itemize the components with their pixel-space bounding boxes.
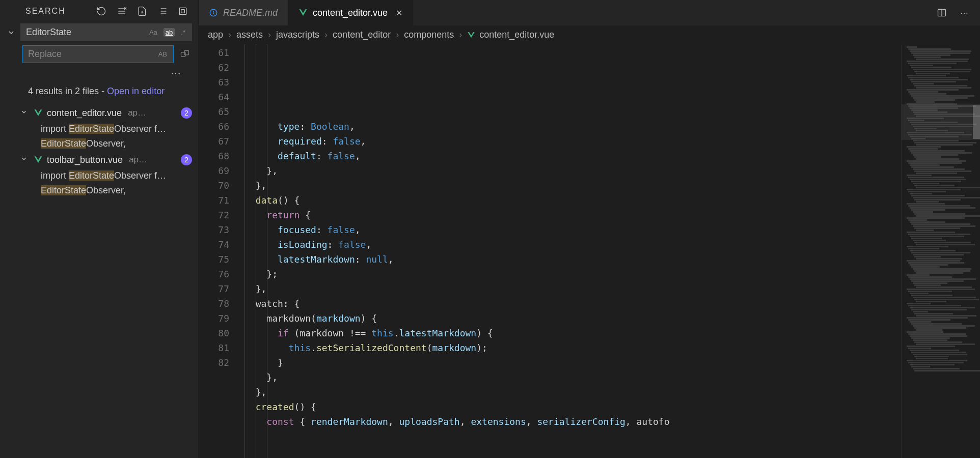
tabs-actions: ⋯ [936,0,980,25]
info-icon [209,8,218,17]
refresh-icon[interactable] [96,6,106,16]
new-search-editor-icon[interactable] [137,6,147,16]
result-file-path: ap… [129,155,147,165]
breadcrumb: app› assets› javascripts› content_editor… [199,25,980,44]
tab-readme[interactable]: README.md [199,0,288,25]
minimap-viewport[interactable] [902,104,980,140]
result-match-line[interactable]: import EditorStateObserver f… [0,168,198,183]
tab-label: README.md [223,8,278,18]
line-number-gutter: 6162636465666768697071727374757677787980… [199,44,244,458]
results-count-text: 4 results in 2 files - [28,86,107,96]
result-file-row[interactable]: content_editor.vue ap… 2 [0,104,198,122]
chevron-right-icon: › [268,30,271,40]
editor-main: README.md content_editor.vue ✕ ⋯ app› as… [199,0,980,458]
replace-input-row: AB [0,43,198,65]
results-summary: 4 results in 2 files - Open in editor [0,79,198,104]
use-regex-toggle[interactable]: .* [180,28,186,36]
vue-file-icon [467,31,476,40]
breadcrumb-item[interactable]: content_editor.vue [467,30,554,40]
split-editor-icon[interactable] [936,7,947,18]
result-file-path: ap… [128,108,146,118]
search-input-container: Aa ab .* [20,23,192,41]
replace-all-icon[interactable] [178,47,192,62]
search-sidebar: SEARCH Aa ab [0,0,199,458]
vue-file-icon [34,155,43,164]
more-actions-icon[interactable]: ⋯ [959,7,970,18]
result-match-line[interactable]: import EditorStateObserver f… [0,122,198,136]
chevron-down-icon [20,108,30,118]
chevron-right-icon: › [324,30,328,40]
breadcrumb-item[interactable]: components [404,30,454,40]
sidebar-header: SEARCH [0,0,198,21]
result-file-name: content_editor.vue [47,108,122,119]
replace-input-container: AB [22,45,174,63]
minimap[interactable] [901,44,980,458]
editor-tabs: README.md content_editor.vue ✕ ⋯ [199,0,980,25]
chevron-down-icon [20,155,30,164]
chevron-right-icon: › [396,30,399,40]
match-case-toggle[interactable]: Aa [148,28,158,36]
match-count-badge: 2 [181,154,192,165]
svg-point-19 [213,11,214,12]
vue-file-icon [34,108,43,118]
result-file-name: toolbar_button.vue [47,155,123,165]
breadcrumb-item[interactable]: javascripts [276,30,319,40]
match-count-badge: 2 [181,107,192,119]
open-in-editor-link[interactable]: Open in editor [107,86,165,96]
editor-body: 6162636465666768697071727374757677787980… [199,44,980,458]
result-match-line[interactable]: EditorStateObserver, [0,183,198,198]
svg-rect-14 [181,10,185,13]
breadcrumb-item[interactable]: app [208,30,223,40]
toggle-search-details-icon[interactable]: ⋯ [0,65,198,79]
toggle-replace-icon[interactable] [6,28,16,37]
close-icon[interactable]: ✕ [396,8,402,18]
svg-rect-13 [179,8,186,14]
chevron-right-icon: › [459,30,462,40]
minimap-scrollbar[interactable] [973,105,980,139]
breadcrumb-item[interactable]: content_editor [333,30,391,40]
collapse-results-icon[interactable] [178,6,188,16]
result-match-line[interactable]: EditorStateObserver, [0,136,198,151]
search-option-icons: Aa ab .* [148,28,186,37]
replace-input[interactable] [28,49,157,60]
tab-content-editor[interactable]: content_editor.vue ✕ [288,0,413,25]
tab-label: content_editor.vue [313,8,388,18]
match-whole-word-toggle[interactable]: ab [164,28,175,37]
code-content[interactable]: type: Boolean, required: false, default:… [244,44,901,458]
sidebar-title: SEARCH [25,7,90,16]
replace-option-icons: AB [157,50,168,58]
header-action-icons [96,6,188,16]
view-tree-icon[interactable] [157,6,168,16]
clear-search-icon[interactable] [117,6,127,16]
chevron-right-icon: › [228,30,231,40]
search-input[interactable] [26,27,148,38]
result-file-row[interactable]: toolbar_button.vue ap… 2 [0,151,198,168]
preserve-case-toggle[interactable]: AB [157,50,168,58]
vue-file-icon [298,8,308,17]
breadcrumb-item[interactable]: assets [236,30,263,40]
search-input-row: Aa ab .* [0,21,198,43]
